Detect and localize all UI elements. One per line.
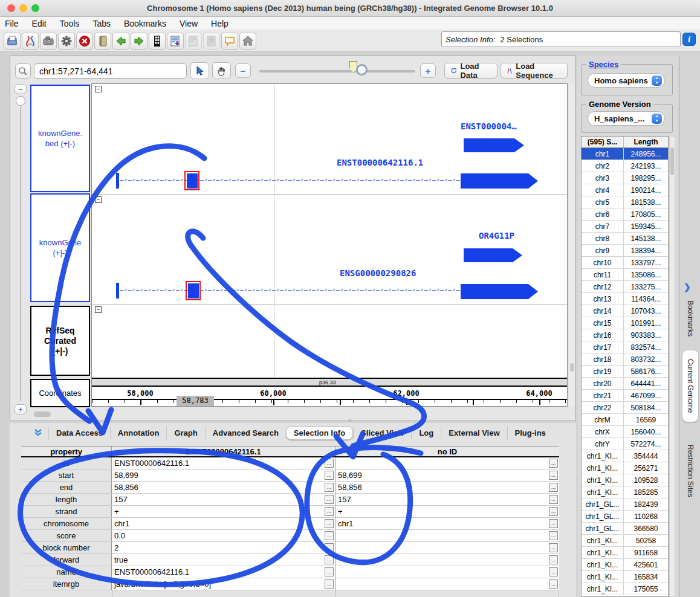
chromosome-row-chr8[interactable]: chr8145138... [582, 233, 668, 245]
expand-value-button[interactable]: ... [325, 543, 334, 552]
property-value-no-id[interactable]: ... [335, 578, 559, 590]
chromosome-row-chr19[interactable]: chr19586176... [582, 366, 668, 378]
chromosome-row-chr1-ki[interactable]: chr1_KI...109528 [582, 474, 668, 486]
chromosome-row-chr17[interactable]: chr17832574... [582, 341, 668, 353]
expand-value-button[interactable]: ... [325, 531, 334, 540]
expand-value-button[interactable]: ... [549, 519, 558, 528]
property-value-no-id[interactable]: chr1... [335, 518, 559, 529]
property-value-enst[interactable]: 2... [112, 542, 335, 553]
property-name[interactable]: itemrgb [21, 578, 112, 590]
header-length[interactable]: Length [624, 137, 668, 147]
chromosome-row-chr21[interactable]: chr21467099... [582, 390, 668, 402]
property-name[interactable]: name [21, 566, 112, 578]
chromosome-row-chr22[interactable]: chr22508184... [582, 402, 668, 414]
collapse-panel-button[interactable] [28, 427, 48, 439]
chromosome-row-chr20[interactable]: chr20644441... [582, 378, 668, 390]
chromosome-row-chr1[interactable]: chr1248956... [582, 148, 668, 160]
property-value-no-id[interactable]: ... [335, 554, 559, 566]
bookmark-book-button[interactable] [94, 33, 111, 50]
chromosome-row-chr16[interactable]: chr16903383... [582, 329, 668, 341]
chromosome-row-chrm[interactable]: chrM16569 [582, 414, 668, 426]
camera-snapshot-button[interactable] [40, 33, 57, 50]
menu-help[interactable]: Help [211, 19, 228, 28]
vertical-zoom-in-button[interactable]: + [15, 404, 27, 415]
tab-graph[interactable]: Graph [166, 427, 204, 439]
property-name[interactable]: id [21, 457, 112, 469]
property-value-enst[interactable]: +... [112, 506, 335, 517]
collapse-track1-button[interactable]: − [95, 86, 102, 92]
tab-log[interactable]: Log [411, 427, 441, 439]
exon-start-track2[interactable] [116, 283, 119, 298]
property-value-enst[interactable]: ENST00000642116.1... [112, 457, 335, 469]
chromosome-row-chr11[interactable]: chr11135086... [582, 269, 668, 281]
expand-value-button[interactable]: ... [325, 483, 334, 492]
gene-block-enst000004[interactable] [464, 138, 524, 152]
chromosome-row-chr5[interactable]: chr5181538... [582, 196, 668, 208]
export-page-button[interactable] [167, 33, 184, 50]
property-value-enst[interactable]: 157... [112, 494, 335, 505]
settings-gear-button[interactable] [58, 33, 75, 50]
track-label-knowngene[interactable]: knownGene(+|-) [30, 193, 90, 302]
species-dropdown[interactable]: Homo sapiens ▲▼ [588, 73, 665, 88]
expand-value-button[interactable]: ... [549, 471, 558, 480]
property-value-no-id[interactable]: 58,856... [335, 482, 559, 493]
property-name[interactable]: strand [21, 506, 112, 517]
property-name[interactable]: score [21, 530, 112, 541]
expand-value-button[interactable]: ... [549, 459, 558, 468]
dna-preferences-button[interactable] [22, 33, 39, 50]
tab-annotation[interactable]: Annotation [110, 427, 167, 439]
tab-external-view[interactable]: External View [441, 427, 507, 439]
header-sequence[interactable]: (595) S... [582, 137, 624, 147]
chromosome-row-chr14[interactable]: chr14107043... [582, 305, 668, 317]
feedback-bubble-button[interactable] [221, 33, 238, 50]
gene-block-or4g11p[interactable] [464, 248, 522, 262]
menu-view[interactable]: View [180, 19, 198, 28]
header-enst[interactable]: ENST00000642116.1 [112, 447, 335, 456]
close-window-button[interactable] [7, 4, 15, 12]
expand-value-button[interactable]: ... [325, 567, 334, 576]
vertical-zoom-knob[interactable] [16, 96, 25, 106]
menu-tabs[interactable]: Tabs [92, 19, 111, 28]
chromosome-row-chr12[interactable]: chr12133275... [582, 281, 668, 293]
minimize-window-button[interactable] [19, 4, 27, 12]
expand-value-button[interactable]: ... [325, 495, 334, 504]
property-value-no-id[interactable]: +... [335, 506, 559, 517]
exon-start-track1[interactable] [116, 173, 119, 189]
load-data-button[interactable]: Load Data [444, 63, 497, 79]
property-value-enst[interactable]: 0.0... [112, 530, 335, 541]
property-name[interactable]: forward [21, 554, 112, 566]
property-name[interactable]: chromosome [21, 518, 112, 529]
species-link[interactable]: Species [586, 60, 621, 69]
track-view[interactable]: − ENST000004… ENST00000642116.1 –›–›–›–›… [91, 83, 568, 407]
expand-value-button[interactable]: ... [325, 459, 334, 468]
zoom-slider[interactable] [259, 70, 415, 73]
chromosome-row-chr2[interactable]: chr2242193... [582, 160, 668, 172]
gene-label-or4g11p[interactable]: OR4G11P [479, 231, 514, 240]
expand-value-button[interactable]: ... [549, 567, 558, 576]
gene-label-enst000004[interactable]: ENST000004… [461, 121, 517, 131]
vertical-zoom-out-button[interactable]: − [15, 84, 27, 94]
property-name[interactable]: block number [21, 542, 112, 553]
track-label-refseq-curated[interactable]: RefSeqCurated(+|-) [30, 306, 90, 376]
track-label-coordinates[interactable]: Coordinates [30, 379, 90, 407]
expand-value-button[interactable]: ... [549, 531, 558, 540]
property-value-no-id[interactable]: ... [335, 566, 559, 578]
chromosome-row-chrx[interactable]: chrX156040... [582, 426, 668, 438]
zoom-out-button[interactable]: − [235, 63, 251, 78]
chromosome-row-chr1-gl[interactable]: chr1_GL...182439 [582, 499, 668, 511]
expand-value-button[interactable]: ... [325, 579, 334, 589]
tab-selection-info[interactable]: Selection Info [286, 426, 353, 440]
expand-value-button[interactable]: ... [325, 519, 334, 528]
tab-plug-ins[interactable]: Plug-ins [507, 427, 553, 439]
property-value-enst[interactable]: chr1... [112, 518, 335, 529]
chromosome-row-chr1-gl[interactable]: chr1_GL...366580 [582, 523, 668, 535]
panel-splitter-handle[interactable] [348, 419, 352, 422]
location-input[interactable] [34, 63, 187, 79]
expand-value-button[interactable]: ... [325, 507, 334, 516]
collapse-track3-button[interactable]: − [95, 306, 102, 313]
chromosome-row-chr4[interactable]: chr4190214... [582, 184, 668, 196]
search-mode-button[interactable] [15, 63, 31, 79]
chromosome-row-chr13[interactable]: chr13114364... [582, 293, 668, 305]
chromosome-row-chr10[interactable]: chr10133797... [582, 257, 668, 269]
load-sequence-button[interactable]: Load Sequence [501, 63, 568, 79]
